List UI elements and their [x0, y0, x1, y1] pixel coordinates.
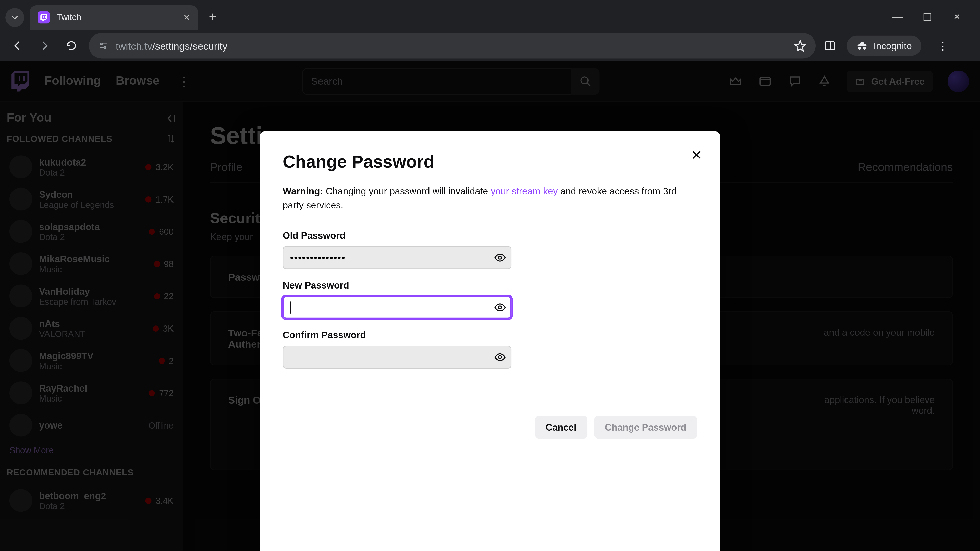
change-password-modal: Change Password Warning: Changing your p…: [260, 131, 720, 551]
back-button[interactable]: [8, 36, 27, 55]
twitch-app: Following Browse ⋮ Search Get Ad-Free: [0, 61, 980, 551]
window-controls: — ☐ ×: [891, 11, 974, 24]
forward-button[interactable]: [35, 36, 54, 55]
url-text: twitch.tv/settings/security: [116, 40, 788, 52]
new-password-input[interactable]: [283, 296, 512, 319]
modal-title: Change Password: [283, 151, 697, 172]
toggle-visibility-icon[interactable]: [494, 351, 506, 363]
toolbar-right: Incognito ⋮: [824, 36, 953, 56]
incognito-chip[interactable]: Incognito: [846, 36, 921, 56]
reload-button[interactable]: [62, 36, 81, 55]
close-modal-button[interactable]: [688, 146, 705, 164]
address-bar: twitch.tv/settings/security Incognito ⋮: [0, 30, 980, 61]
old-password-label: Old Password: [283, 230, 697, 241]
side-panel-icon[interactable]: [824, 40, 836, 52]
modal-wrap: Change Password Warning: Changing your p…: [0, 61, 980, 551]
svg-rect-2: [825, 41, 835, 50]
warning-bold: Warning:: [283, 186, 323, 197]
url-field[interactable]: twitch.tv/settings/security: [89, 33, 816, 59]
toggle-visibility-icon[interactable]: [494, 301, 506, 313]
close-window-icon[interactable]: ×: [950, 11, 964, 24]
old-password-input[interactable]: [283, 246, 512, 269]
site-settings-icon[interactable]: [98, 40, 109, 51]
tab-strip: Twitch × + — ☐ ×: [0, 0, 980, 30]
incognito-label: Incognito: [873, 40, 912, 51]
svg-point-8: [498, 356, 501, 359]
svg-point-0: [100, 43, 102, 45]
tab-title: Twitch: [57, 12, 177, 22]
svg-point-6: [498, 256, 501, 259]
warning-text-1: Changing your password will invalidate: [323, 186, 491, 197]
minimize-icon[interactable]: —: [891, 11, 904, 24]
confirm-password-input[interactable]: [283, 346, 512, 368]
svg-point-7: [498, 306, 501, 309]
text-cursor: [290, 301, 291, 313]
cancel-button[interactable]: Cancel: [535, 416, 587, 439]
browser-chrome: Twitch × + — ☐ ×: [0, 0, 980, 61]
browser-menu-icon[interactable]: ⋮: [932, 39, 953, 52]
toggle-visibility-icon[interactable]: [494, 251, 506, 264]
stream-key-link[interactable]: your stream key: [491, 186, 558, 197]
maximize-icon[interactable]: ☐: [921, 11, 934, 24]
browser-tab[interactable]: Twitch ×: [30, 5, 198, 29]
confirm-password-label: Confirm Password: [283, 330, 697, 340]
new-tab-button[interactable]: +: [203, 10, 222, 25]
change-password-submit-button[interactable]: Change Password: [594, 416, 697, 439]
twitch-favicon-icon: [38, 11, 50, 23]
close-tab-icon[interactable]: ×: [183, 11, 190, 23]
modal-warning: Warning: Changing your password will inv…: [283, 184, 697, 213]
bookmark-star-icon[interactable]: [794, 40, 806, 52]
tab-search-dropdown[interactable]: [5, 8, 24, 27]
new-password-label: New Password: [283, 280, 697, 291]
svg-point-1: [104, 47, 106, 48]
